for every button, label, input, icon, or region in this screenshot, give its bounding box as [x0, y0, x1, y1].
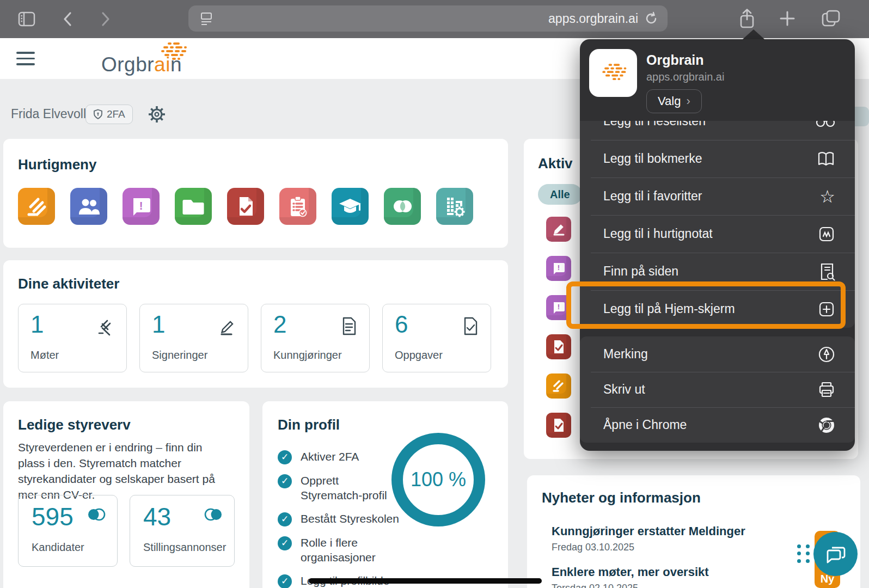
- stat-kunngjoringer[interactable]: 2 Kunngjøringer: [261, 304, 370, 372]
- glasses-icon: [816, 121, 835, 128]
- people-tile[interactable]: [70, 188, 107, 225]
- news-item[interactable]: Kunngjøringer erstatter Meldinger Fredag…: [552, 524, 745, 553]
- message-alert-tile[interactable]: !: [123, 188, 160, 225]
- star-icon: ☆: [819, 188, 835, 205]
- stat-oppgaver[interactable]: 6 Oppgaver: [382, 304, 491, 372]
- document-check-icon[interactable]: [546, 413, 571, 438]
- chat-icon: [824, 543, 847, 565]
- drag-handle-icon[interactable]: [797, 544, 811, 563]
- sidebar-icon[interactable]: [16, 9, 37, 29]
- document-check-tile[interactable]: [227, 188, 264, 225]
- document-icon: [340, 316, 358, 336]
- checklist-item: ✓Aktiver 2FA: [278, 449, 403, 464]
- progress-value: 100 %: [411, 468, 466, 491]
- reload-icon[interactable]: [644, 11, 659, 26]
- check-icon: ✓: [278, 450, 292, 464]
- site-app-icon: [589, 49, 637, 97]
- orgbrain-logo[interactable]: Orgbrain: [101, 41, 194, 76]
- news-item[interactable]: Enklere møter, mer oversikt Torsdag 02.1…: [552, 565, 709, 588]
- logo-text: Orgbrain: [101, 53, 182, 76]
- gavel-icon[interactable]: [546, 373, 571, 399]
- forward-icon[interactable]: [97, 10, 113, 28]
- find-on-page-icon: [819, 262, 835, 281]
- stat-kandidater[interactable]: 595 Kandidater: [18, 495, 118, 567]
- share-menu-group-1: Legg til i leselisten Legg til bokmerke …: [580, 121, 855, 328]
- menu-icon[interactable]: [16, 52, 35, 66]
- stat-stillingsannonser[interactable]: 43 Stillingsannonser: [130, 495, 235, 567]
- svg-text:!: !: [558, 303, 560, 311]
- add-to-home-icon: [818, 301, 835, 318]
- menu-item-apne-i-chrome[interactable]: Åpne i Chrome: [580, 407, 855, 443]
- profile-checklist: ✓Aktiver 2FA ✓Opprett Styrematch-profil …: [278, 449, 403, 588]
- gavel-icon: [96, 316, 115, 336]
- document-check-icon[interactable]: [546, 334, 571, 359]
- pen-icon: [217, 316, 237, 336]
- back-icon[interactable]: [60, 10, 76, 28]
- shield-icon: [93, 109, 103, 120]
- profile-progress-ring: 100 %: [391, 433, 485, 526]
- styreverv-title: Ledige styreverv: [18, 416, 131, 433]
- share-menu-list: Legg til i leselisten Legg til bokmerke …: [580, 121, 855, 451]
- styreverv-description: Styreverdenen er i endring – finn din pl…: [18, 439, 231, 503]
- check-icon: ✓: [278, 536, 292, 550]
- news-card: Nyheter og informasjon Kunngjøringer ers…: [527, 475, 860, 588]
- profile-card: Din profil ✓Aktiver 2FA ✓Opprett Styrema…: [262, 401, 508, 588]
- signature-pen-icon[interactable]: [546, 217, 571, 242]
- activities-title: Dine aktiviteter: [18, 275, 119, 292]
- check-icon: ✓: [278, 512, 292, 526]
- site-url: apps.orgbrain.ai: [646, 71, 724, 83]
- venn-circles-tile[interactable]: [384, 188, 421, 225]
- styreverv-card: Ledige styreverv Styreverdenen er i endr…: [3, 401, 249, 588]
- graduation-cap-tile[interactable]: [332, 188, 369, 225]
- message-alert-icon[interactable]: !: [546, 256, 571, 281]
- chat-button[interactable]: [813, 532, 858, 576]
- check-icon: ✓: [278, 474, 292, 488]
- markup-icon: [818, 346, 835, 363]
- feed-title: Aktiv: [538, 155, 573, 172]
- gavel-tile[interactable]: [18, 188, 55, 225]
- chrome-icon: [818, 416, 835, 434]
- building-gear-tile[interactable]: [436, 188, 473, 225]
- gear-icon[interactable]: [148, 105, 166, 124]
- svg-text:!: !: [139, 200, 143, 212]
- options-button[interactable]: Valg›: [646, 89, 702, 113]
- menu-item-finn-pa-siden[interactable]: Finn på siden: [580, 253, 855, 290]
- venn-right-icon: [203, 506, 224, 523]
- share-menu-group-2: Merking Skriv ut Åpne i Chrome: [580, 336, 855, 443]
- 2fa-badge[interactable]: 2FA: [85, 105, 133, 124]
- popover-arrow: [743, 29, 764, 39]
- svg-text:!: !: [558, 264, 560, 272]
- menu-item-bokmerke[interactable]: Legg til bokmerke: [580, 140, 855, 177]
- menu-item-hurtignotat[interactable]: Legg til i hurtignotat: [580, 215, 855, 253]
- new-tab-icon[interactable]: [778, 9, 797, 28]
- chevron-right-icon: ›: [686, 94, 690, 108]
- clipboard-check-tile[interactable]: [279, 188, 316, 225]
- profile-title: Din profil: [278, 416, 340, 433]
- menu-item-favoritter[interactable]: Legg til i favoritter ☆: [580, 177, 855, 215]
- quick-menu-card: Hurtigmeny !: [3, 139, 508, 248]
- task-check-icon: [461, 316, 480, 336]
- filter-chip-alle[interactable]: Alle: [538, 184, 582, 205]
- checklist-item: ✓Rolle i flere organisasjoner: [278, 535, 403, 565]
- menu-item-leselisten[interactable]: Legg til i leselisten: [580, 121, 855, 140]
- message-alert-icon[interactable]: !: [546, 295, 571, 320]
- address-bar[interactable]: apps.orgbrain.ai: [188, 5, 668, 32]
- menu-item-merking[interactable]: Merking: [580, 336, 855, 372]
- menu-item-hjem-skjerm[interactable]: Legg til på Hjem-skjerm: [580, 290, 855, 328]
- share-sheet: Orgbrain apps.orgbrain.ai Valg› Legg til…: [580, 39, 855, 451]
- folder-tile[interactable]: [175, 188, 212, 225]
- site-title: Orgbrain: [646, 52, 704, 68]
- news-title: Nyheter og informasjon: [542, 489, 701, 506]
- printer-icon: [818, 381, 835, 399]
- stat-moter[interactable]: 1 Møter: [18, 304, 127, 372]
- checklist-item: ✓Bestått Styreskolen: [278, 511, 403, 526]
- quick-note-icon: [818, 225, 835, 243]
- tabs-icon[interactable]: [820, 8, 842, 29]
- share-icon[interactable]: [736, 8, 758, 30]
- stat-signeringer[interactable]: 1 Signeringer: [139, 304, 248, 372]
- menu-item-skriv-ut[interactable]: Skriv ut: [580, 372, 855, 407]
- activities-card: Dine aktiviteter 1 Møter 1 Signeringer 2…: [3, 260, 508, 388]
- home-indicator[interactable]: [309, 578, 542, 584]
- user-name: Frida Elvevoll: [11, 107, 86, 121]
- safari-toolbar: apps.orgbrain.ai: [0, 0, 869, 38]
